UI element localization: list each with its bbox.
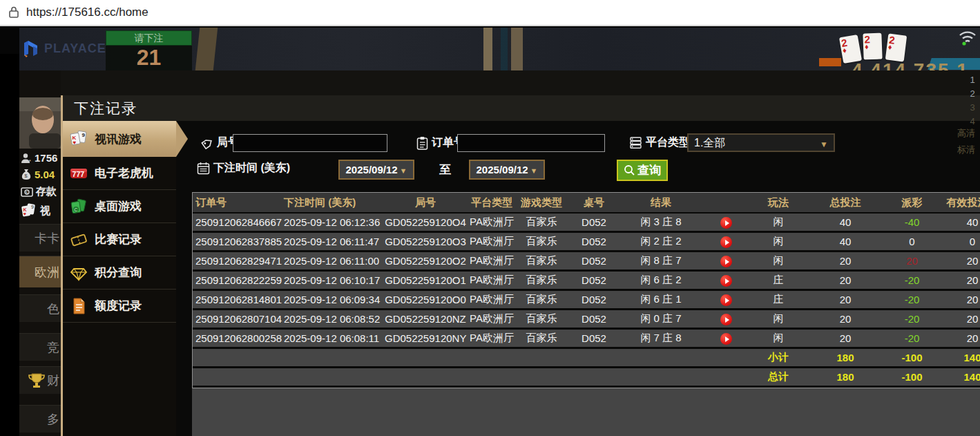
lobby-tab-caishen[interactable]: 财: [19, 366, 61, 394]
cell-platform: PA欧洲厅: [466, 312, 517, 325]
sidebar-item-match-records[interactable]: 比赛记录: [63, 223, 176, 256]
modal-title-bar: 下注记录: [63, 95, 980, 121]
sidebar-item-quota-records[interactable]: 额度记录: [63, 290, 176, 323]
playace-logo: PLAYACE: [22, 39, 106, 57]
svg-text:777: 777: [73, 169, 85, 178]
date-from-picker[interactable]: 2025/09/12▼: [338, 160, 414, 180]
cell-table: D052: [566, 332, 622, 344]
table-row: 2509120628466672025-09-12 06:12:36GD0522…: [193, 214, 980, 231]
modal-sidebar: 9K♥ 视讯游戏 777 电子老虎机 C 桌面游戏: [63, 121, 176, 436]
sidebar-item-label: 桌面游戏: [95, 198, 142, 214]
tag-icon: [200, 136, 213, 149]
cell-playtype: 庄: [752, 274, 805, 287]
cell-bet: 20: [805, 274, 886, 286]
cell-result: 闲 2 庄 2: [622, 235, 700, 248]
date-to-picker[interactable]: 2025/09/12▼: [469, 160, 545, 180]
cards-icon: 9K♥: [70, 130, 88, 148]
to-label: 至: [439, 162, 451, 178]
lobby-tab-sedie[interactable]: 色: [19, 294, 61, 322]
bet-records-modal: 下注记录 9K♥ 视讯游戏 777 电子老虎机: [61, 95, 980, 436]
platform-type-select[interactable]: 1.全部 ▼: [687, 133, 835, 152]
replay-button[interactable]: [720, 314, 732, 325]
cell-playtype: 庄: [752, 293, 805, 306]
total-row-payout: -100: [886, 371, 938, 383]
cell-payout: 20: [886, 255, 938, 267]
cell-playtype: 闲: [752, 312, 805, 325]
cell-play: [700, 235, 752, 248]
cell-result: 闲 0 庄 7: [622, 312, 700, 325]
video-line-selector[interactable]: 1 2 3 4: [965, 75, 979, 130]
replay-button[interactable]: [720, 236, 732, 248]
search-button[interactable]: 查询: [617, 160, 668, 181]
cell-result: 闲 3 庄 8: [622, 216, 700, 229]
cell-bet: 20: [805, 294, 886, 305]
avatar[interactable]: [19, 97, 61, 149]
bet-countdown: 请下注 21: [106, 30, 192, 70]
bet-time-label: 下注时间 (美东): [197, 161, 290, 176]
replay-button[interactable]: [720, 294, 732, 306]
video-quality-selector[interactable]: 高清 标清: [957, 127, 975, 160]
platform-type-value: 1.全部: [694, 137, 725, 149]
sidebar-item-slots[interactable]: 777 电子老虎机: [63, 157, 176, 190]
sidebar-item-label: 视讯游戏: [95, 131, 142, 147]
browser-address-bar[interactable]: https://175616.cc/home: [0, 0, 980, 26]
cell-game: 百家乐: [517, 293, 566, 306]
cell-time: 2025-09-12 06:08:52: [281, 313, 385, 325]
chevron-down-icon: ▼: [530, 167, 538, 175]
svg-text:9: 9: [31, 205, 34, 209]
cell-game: 百家乐: [517, 216, 566, 229]
replay-button[interactable]: [720, 275, 732, 287]
lock-icon[interactable]: [8, 6, 19, 21]
cell-payout: -20: [886, 332, 938, 344]
playace-logo-icon: [22, 39, 40, 57]
lobby-tab-jingmi[interactable]: 竞: [19, 333, 61, 361]
lobby-tab-europe[interactable]: 欧洲: [19, 256, 61, 287]
cell-play: [700, 293, 752, 306]
cell-table: D052: [566, 294, 622, 305]
column-header: 平台类型: [466, 196, 517, 209]
date-to-value: 2025/09/12: [477, 164, 528, 176]
svg-text:♥: ♥: [23, 211, 26, 216]
cell-bet: 20: [805, 332, 886, 344]
cell-bet: 40: [805, 236, 886, 247]
column-header: 游戏类型: [517, 196, 566, 209]
lobby-tab-duotai[interactable]: 多: [19, 405, 61, 433]
cell-bet: 40: [805, 216, 886, 228]
cell-time: 2025-09-12 06:11:00: [281, 255, 385, 267]
cell-playtype: 闲: [752, 235, 805, 248]
background-decor: [195, 28, 218, 70]
column-header: 派彩: [886, 196, 938, 209]
screen: https://175616.cc/home PLAYACE 请下注 21: [0, 0, 980, 436]
balance: $ 5.04: [21, 169, 55, 180]
search-icon: [624, 164, 635, 176]
replay-button[interactable]: [720, 333, 732, 345]
cell-game: 百家乐: [517, 312, 566, 325]
table-header-row: 订单号下注时间 (美东)局号平台类型游戏类型桌号结果玩法总投注派彩有效投注额: [193, 193, 980, 212]
money-bag-icon: $: [21, 169, 32, 180]
deposit-button[interactable]: $ 存款: [21, 185, 57, 198]
date-from-value: 2025/09/12: [346, 164, 398, 176]
cell-platform: PA欧洲厅: [466, 254, 517, 267]
column-header: 有效投注额: [938, 196, 980, 209]
sidebar-item-points-query[interactable]: 积分查询: [63, 256, 176, 290]
svg-text:9: 9: [82, 132, 86, 138]
replay-button[interactable]: [720, 256, 732, 267]
order-number-input[interactable]: [457, 134, 605, 152]
cell-order: 250912062800258: [193, 332, 281, 344]
sidebar-item-video-games[interactable]: 9K♥ 视讯游戏: [63, 121, 176, 157]
modal-title: 下注记录: [74, 99, 137, 118]
user-id: * 1756: [21, 152, 57, 164]
table-games-icon: C: [70, 198, 88, 216]
cell-round: GD052259120O2: [385, 255, 466, 267]
cell-game: 百家乐: [517, 332, 566, 345]
table-row: 2509120628148012025-09-12 06:09:34GD0522…: [193, 291, 980, 308]
sidebar-item-table-games[interactable]: C 桌面游戏: [63, 190, 176, 223]
video-games-entry[interactable]: 9K♥ 视: [21, 203, 50, 218]
lobby-tab-kaka[interactable]: 卡卡: [19, 224, 61, 252]
replay-button[interactable]: [720, 217, 732, 229]
round-number-input[interactable]: [233, 134, 387, 152]
subtotal-row-payout: -100: [886, 352, 938, 363]
cell-payout: -20: [886, 274, 938, 286]
cell-table: D052: [566, 274, 622, 286]
url-text[interactable]: https://175616.cc/home: [26, 6, 148, 19]
